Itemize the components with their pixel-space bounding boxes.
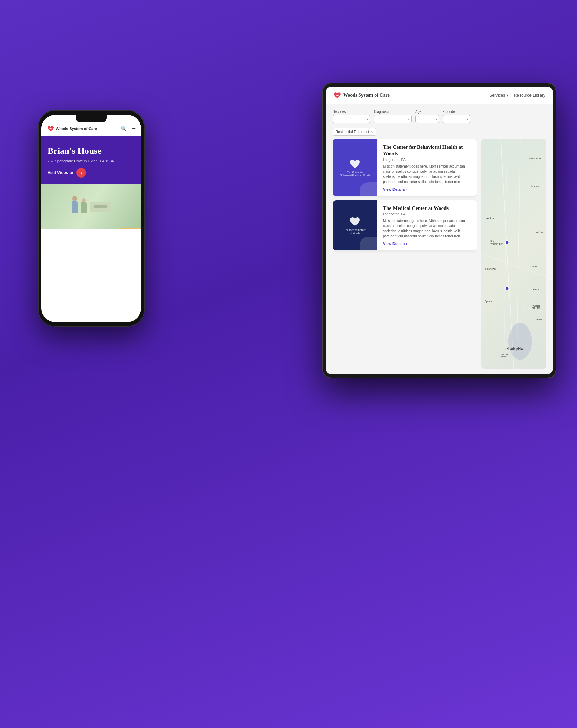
card-behavioral-wave [360, 182, 377, 196]
card-medical-view-details-link[interactable]: View Details › [383, 242, 472, 246]
filter-diagnosis-wrapper [374, 115, 412, 123]
map-label-horsham: Horsham [530, 185, 539, 188]
card-medical-title: The Medical Center at Woods [383, 205, 472, 212]
menu-icon[interactable]: ☰ [131, 126, 136, 132]
map-label-willow: Willow [536, 231, 543, 233]
filter-age-label: Age [415, 110, 439, 114]
filter-services-select[interactable] [333, 115, 370, 123]
card-behavioral-view-details-link[interactable]: View Details › [383, 187, 472, 191]
phone-logo-text: Woods System of Care [56, 127, 97, 131]
phone-screen: Woods System of Care 🔍 ☰ Brian's House 7… [41, 115, 141, 322]
svg-point-5 [505, 241, 509, 244]
map-label-kens: KENS. [536, 318, 543, 321]
card-behavioral-title: The Center for Behavioral Health at Wood… [383, 144, 472, 157]
card-medical-image: The Medical Centerat Woods [333, 200, 377, 251]
phone-image-border [120, 228, 141, 229]
map-label-jenkin: Jenkin [531, 265, 538, 268]
map-label-warminster: Warminster [528, 157, 541, 160]
card-medical-location: Langhorne, PA [383, 212, 472, 216]
filter-diagnosis-label: Diagnosis [374, 110, 412, 114]
chevron-right-icon: › [406, 187, 407, 191]
filter-services-wrapper [333, 115, 370, 123]
tablet-screen: Woods System of Care Services ▾ Resource… [326, 87, 553, 374]
remove-tag-button[interactable]: × [370, 130, 373, 134]
map-label-cynwyd: Cynwyd [484, 300, 493, 302]
active-filters-row: Residential Treatment × [333, 127, 546, 136]
card-behavioral-logo-text: The Center forBehavioral Health at Woods [340, 171, 370, 177]
svg-point-7 [508, 323, 532, 360]
tablet-logo-heart-icon [333, 92, 342, 99]
filter-services-label: Services [333, 110, 370, 114]
map-panel: Warminster Horsham Willow Ambler FortWas… [481, 139, 546, 369]
card-behavioral-description: Mission statement goes here. Nibh semper… [383, 164, 472, 184]
phone-hero-title: Brian's House [48, 146, 135, 156]
card-behavioral-image: The Center forBehavioral Health at Woods [333, 139, 377, 196]
tablet-device: Woods System of Care Services ▾ Resource… [322, 83, 556, 378]
card-medical-description: Mission statement goes here. Nibh semper… [383, 218, 472, 239]
filter-diagnosis: Diagnosis [374, 110, 412, 123]
card-medical-logo-text: The Medical Centerat Woods [344, 228, 365, 235]
map-roads-svg [481, 139, 546, 369]
card-behavioral-location: Langhorne, PA [383, 158, 472, 162]
phone-hero-image [41, 184, 141, 229]
card-medical-content: The Medical Center at Woods Langhorne, P… [377, 200, 477, 251]
tablet-filters: Services Diagnosis [333, 110, 546, 123]
tablet-frame: Woods System of Care Services ▾ Resource… [322, 83, 556, 378]
card-medical-heart-icon [349, 216, 361, 227]
card-behavioral-logo: The Center forBehavioral Health at Woods [340, 158, 370, 177]
tablet-content: The Center forBehavioral Health at Woods… [333, 139, 546, 369]
figure-2 [81, 202, 87, 213]
map-label-south-philad: SOUTHPHILAD. [501, 353, 508, 357]
card-medical-wave [360, 237, 377, 250]
filter-zipcode-select[interactable] [443, 115, 470, 123]
phone-frame: Woods System of Care 🔍 ☰ Brian's House 7… [38, 110, 145, 327]
filter-age-select[interactable] [415, 115, 439, 123]
tablet-nav-links: Services ▾ Resource Library [489, 93, 545, 98]
map-label-flourtown: Flourtown [485, 268, 496, 270]
tablet-logo: Woods System of Care [333, 92, 390, 99]
phone-image-inner [41, 184, 141, 229]
map-label-philadelphia: Philadelphia [504, 347, 523, 351]
nav-resource-library-link[interactable]: Resource Library [514, 93, 545, 98]
tablet-body: Services Diagnosis [326, 104, 553, 374]
filter-zipcode-label: Zipcode [443, 110, 470, 114]
tablet-logo-text: Woods System of Care [343, 93, 390, 98]
phone-visit-arrow-icon: › [76, 168, 86, 178]
card-medical: The Medical Centerat Woods The Medical C… [333, 200, 477, 251]
figure-1 [72, 200, 78, 213]
map-label-elkins: Elkins [533, 288, 540, 291]
map-inner: Warminster Horsham Willow Ambler FortWas… [481, 139, 546, 369]
svg-line-4 [504, 139, 507, 369]
phone-header-icons: 🔍 ☰ [120, 126, 136, 132]
phone-notch [76, 115, 107, 122]
card-behavioral: The Center forBehavioral Health at Woods… [333, 139, 477, 196]
filter-zipcode-wrapper [443, 115, 470, 123]
cards-column: The Center forBehavioral Health at Woods… [333, 139, 477, 369]
filter-age: Age [415, 110, 439, 123]
tablet-nav: Woods System of Care Services ▾ Resource… [326, 87, 553, 104]
active-tag-label: Residential Treatment [336, 130, 369, 134]
active-tag-residential: Residential Treatment × [333, 128, 376, 136]
map-label-north-philad: NORTHPHILAD. [532, 304, 541, 309]
filter-zipcode: Zipcode [443, 110, 470, 123]
phone-device: Woods System of Care 🔍 ☰ Brian's House 7… [38, 110, 145, 327]
card-medical-logo: The Medical Centerat Woods [344, 216, 365, 235]
nav-services-link[interactable]: Services ▾ [489, 93, 508, 98]
phone-visit-label: Visit Website [48, 170, 73, 175]
search-icon[interactable]: 🔍 [120, 126, 127, 132]
filter-age-wrapper [415, 115, 439, 123]
phone-logo-heart-icon [47, 125, 54, 132]
card-behavioral-heart-icon [349, 158, 361, 169]
filter-diagnosis-select[interactable] [374, 115, 412, 123]
phone-visit-button[interactable]: Visit Website › [48, 168, 135, 178]
phone-hero-section: Brian's House 757 Springdale Drive in Ex… [41, 136, 141, 184]
phone-hero-address: 757 Springdale Drive in Exton, PA 19341 [48, 159, 135, 163]
map-label-ambler: Ambler [486, 217, 494, 220]
card-behavioral-content: The Center for Behavioral Health at Wood… [377, 139, 477, 196]
chevron-right-icon-2: › [406, 242, 407, 246]
filter-services: Services [333, 110, 370, 123]
phone-logo: Woods System of Care [47, 125, 97, 132]
svg-point-6 [505, 287, 509, 290]
map-label-fort-washington: FortWashington [490, 240, 503, 245]
